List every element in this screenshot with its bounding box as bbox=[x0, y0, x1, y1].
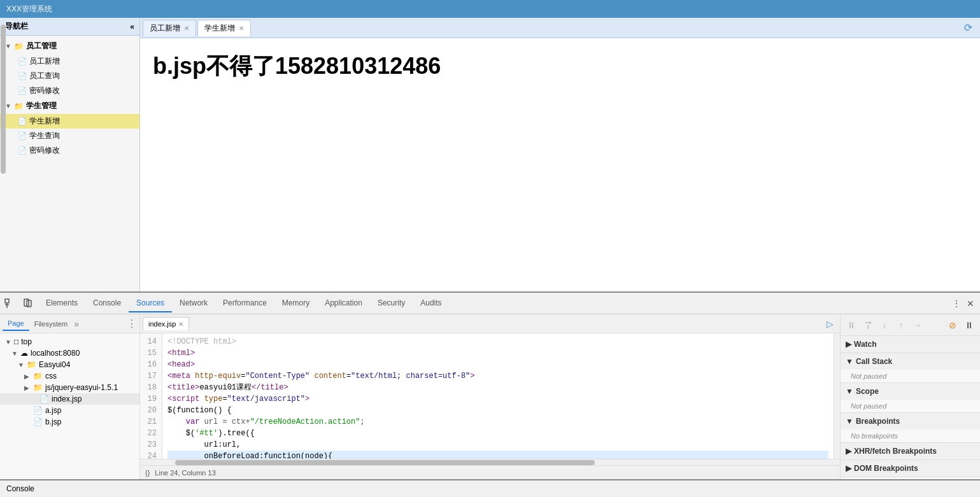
step-button[interactable]: → bbox=[911, 318, 925, 332]
app-area: 导航栏 « ▼ 📁 员工管理 📄 员工新增 📄 员工查询 bbox=[0, 18, 980, 497]
xhr-breakpoints-header[interactable]: ▶ XHR/fetch Breakpoints bbox=[841, 443, 980, 459]
format-icon[interactable]: {} bbox=[145, 469, 150, 477]
main-content: 员工新增 ✕ 学生新增 ✕ ⟳ b.jsp不得了1582810312486 bbox=[140, 18, 980, 291]
breakpoints-status: No breakpoints bbox=[851, 432, 898, 440]
tab-console[interactable]: Console bbox=[85, 295, 129, 312]
tab-stu-add[interactable]: 学生新增 ✕ bbox=[197, 20, 251, 36]
ft-b-jsp[interactable]: 📄 b.jsp bbox=[0, 416, 139, 428]
step-out-button[interactable]: ↑ bbox=[894, 318, 908, 332]
step-into-button[interactable]: ↓ bbox=[877, 318, 891, 332]
folder-icon: 📁 bbox=[33, 383, 43, 392]
folder-icon: 📁 bbox=[14, 102, 24, 111]
breakpoints-content: No breakpoints bbox=[841, 430, 980, 442]
file-tree-more-icon[interactable]: » bbox=[74, 319, 79, 329]
horizontal-scrollbar[interactable] bbox=[140, 459, 840, 465]
code-line-24: onBeforeLoad:function(node){ bbox=[167, 451, 828, 459]
section-scope: ▼ Scope Not paused bbox=[841, 383, 980, 413]
console-label[interactable]: Console bbox=[6, 484, 34, 493]
sidebar-item-emp-pwd[interactable]: 📄 密码修改 bbox=[0, 83, 139, 98]
call-stack-header[interactable]: ▼ Call Stack bbox=[841, 353, 980, 370]
editor-tab-index[interactable]: index.jsp ✕ bbox=[143, 317, 189, 330]
chevron-right-icon: ▶ bbox=[846, 340, 851, 349]
step-over-button[interactable] bbox=[861, 318, 875, 332]
title-bar: XXX管理系统 bbox=[0, 0, 980, 18]
code-line-19: <script type="text/javascript"> bbox=[167, 393, 828, 405]
section-dom-breakpoints: ▶ DOM Breakpoints bbox=[841, 460, 980, 477]
ft-easyui[interactable]: ▼ 📁 Easyui04 bbox=[0, 359, 139, 370]
inspect-element-button[interactable] bbox=[3, 297, 17, 311]
deactivate-breakpoints-button[interactable]: ⊘ bbox=[946, 318, 960, 332]
tab-emp-add[interactable]: 员工新增 ✕ bbox=[143, 20, 196, 36]
file-tree-tab-page[interactable]: Page bbox=[3, 317, 29, 331]
editor-tab-label: index.jsp bbox=[148, 320, 176, 328]
ft-css[interactable]: ▶ 📁 css bbox=[0, 370, 139, 382]
sidebar-item-emp-add[interactable]: 📄 员工新增 bbox=[0, 54, 139, 69]
section-xhr-breakpoints: ▶ XHR/fetch Breakpoints bbox=[841, 443, 980, 460]
sidebar-item-stu-add[interactable]: 📄 学生新增 bbox=[0, 114, 139, 129]
folder-icon: □ bbox=[14, 337, 18, 346]
tab-bar: 员工新增 ✕ 学生新增 ✕ ⟳ bbox=[140, 18, 980, 38]
cursor-position: Line 24, Column 13 bbox=[155, 469, 215, 477]
debug-panel: ⏸ ↓ ↑ → ⊘ ⏸ bbox=[840, 314, 980, 479]
code-line-18: <title>easyui01课程</title> bbox=[167, 382, 828, 393]
tab-elements[interactable]: Elements bbox=[38, 295, 85, 312]
sidebar-item-stu-pwd[interactable]: 📄 密码修改 bbox=[0, 143, 139, 158]
chevron-down-icon: ▼ bbox=[5, 43, 11, 50]
pause-button[interactable]: ⏸ bbox=[844, 318, 858, 332]
sidebar-group-student[interactable]: ▼ 📁 学生管理 bbox=[0, 98, 139, 114]
student-group-label: 学生管理 bbox=[26, 101, 57, 111]
run-script-button[interactable]: ▷ bbox=[823, 318, 837, 330]
device-toolbar-button[interactable] bbox=[20, 297, 34, 311]
file-icon: 📄 bbox=[33, 417, 43, 426]
ft-top[interactable]: ▼ □ top bbox=[0, 336, 139, 347]
tab-performance[interactable]: Performance bbox=[215, 295, 274, 312]
vertical-scrollbar[interactable] bbox=[834, 333, 840, 459]
call-stack-status: Not paused bbox=[851, 372, 886, 380]
devtools-more-button[interactable]: ⋮ bbox=[949, 297, 963, 311]
sidebar-collapse-icon[interactable]: « bbox=[130, 22, 134, 31]
file-tree-menu-icon[interactable]: ⋮ bbox=[127, 318, 137, 330]
watch-header[interactable]: ▶ Watch bbox=[841, 336, 980, 353]
status-bar: {} Line 24, Column 13 bbox=[140, 465, 840, 479]
sidebar-item-stu-query[interactable]: 📄 学生查询 bbox=[0, 129, 139, 143]
code-line-15: <html> bbox=[167, 347, 828, 359]
chevron-down-icon: ▼ bbox=[5, 102, 11, 109]
tab-application[interactable]: Application bbox=[317, 295, 370, 312]
chevron-right-icon: ▶ bbox=[24, 373, 31, 380]
editor-tab-close-icon[interactable]: ✕ bbox=[178, 321, 183, 328]
refresh-button[interactable]: ⟳ bbox=[959, 19, 977, 36]
tab-emp-add-close-icon[interactable]: ✕ bbox=[184, 25, 189, 32]
ft-jquery[interactable]: ▶ 📁 js/jquery-easyui-1.5.1 bbox=[0, 382, 139, 393]
sidebar-item-emp-query[interactable]: 📄 员工查询 bbox=[0, 69, 139, 83]
tab-sources[interactable]: Sources bbox=[129, 295, 172, 312]
pause-on-exceptions-button[interactable]: ⏸ bbox=[962, 318, 976, 332]
ft-localhost[interactable]: ▼ ☁ localhost:8080 bbox=[0, 347, 139, 359]
section-breakpoints: ▼ Breakpoints No breakpoints bbox=[841, 413, 980, 443]
chevron-down-icon: ▼ bbox=[5, 339, 11, 346]
folder-icon: 📁 bbox=[27, 360, 36, 369]
dom-breakpoints-header[interactable]: ▶ DOM Breakpoints bbox=[841, 460, 980, 477]
folder-icon: 📁 bbox=[33, 372, 43, 381]
file-icon: 📄 bbox=[18, 72, 27, 80]
scope-header[interactable]: ▼ Scope bbox=[841, 383, 980, 400]
file-icon: 📄 bbox=[18, 87, 27, 95]
server-icon: ☁ bbox=[20, 349, 28, 358]
devtools-close-button[interactable]: ✕ bbox=[963, 297, 977, 311]
file-tree-tab-filesystem[interactable]: Filesystem bbox=[29, 318, 73, 330]
tab-security[interactable]: Security bbox=[370, 295, 413, 312]
tab-stu-add-close-icon[interactable]: ✕ bbox=[239, 25, 244, 32]
chevron-down-icon: ▼ bbox=[18, 361, 24, 368]
code-line-16: <head> bbox=[167, 359, 828, 370]
tab-audits[interactable]: Audits bbox=[413, 295, 449, 312]
devtools-icon-group bbox=[3, 297, 34, 311]
stu-pwd-label: 密码修改 bbox=[29, 145, 60, 156]
breakpoints-header[interactable]: ▼ Breakpoints bbox=[841, 413, 980, 430]
tab-memory[interactable]: Memory bbox=[274, 295, 317, 312]
sidebar-title: 导航栏 bbox=[5, 21, 28, 32]
ft-a-jsp[interactable]: 📄 a.jsp bbox=[0, 405, 139, 416]
tab-network[interactable]: Network bbox=[172, 295, 215, 312]
sidebar-group-employee[interactable]: ▼ 📁 员工管理 bbox=[0, 38, 139, 54]
ft-index-jsp[interactable]: 📄 index.jsp bbox=[0, 393, 139, 405]
editor-tabs: index.jsp ✕ ▷ bbox=[140, 314, 840, 333]
console-bar: Console bbox=[0, 479, 980, 497]
